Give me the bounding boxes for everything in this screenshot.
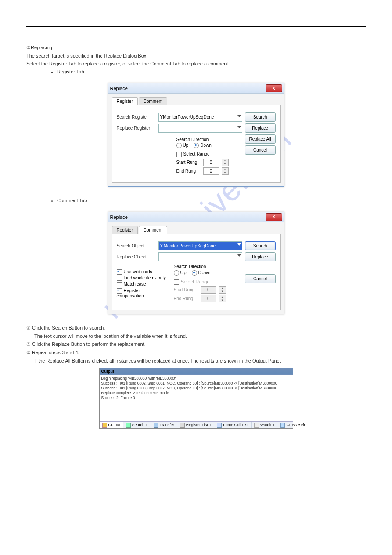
radio-down[interactable] [194,143,199,148]
output-title: Output [100,368,293,375]
cancel-button[interactable]: Cancel [245,145,276,155]
output-line: Replace complete. 2 replacements made. [101,391,291,395]
close-button[interactable]: X [266,84,282,92]
note-1: ④ Click the Search Button to search. [26,325,366,331]
tab-comment[interactable]: Comment [139,226,167,234]
output-line: Begin replacing 'MB300000' with 'MB30000… [101,376,291,381]
note-3-sub: If the Replace All Button is clicked, al… [34,358,366,363]
replace-button[interactable]: Replace [245,123,276,133]
bullet-comment-tab: Comment Tab [57,198,366,203]
cancel-button[interactable]: Cancel [245,274,276,283]
label-search-object: Search Object [117,243,158,248]
intro-line2: Select the Register Tab to replace a reg… [26,61,366,66]
label-whole-items: Find whole items only [124,276,166,280]
search-button[interactable]: Search [245,112,276,122]
output-line: Success : H01 [Rung 0002, Step 0001, NOC… [101,381,291,386]
folder-icon [102,423,107,428]
output-tab-watch[interactable]: Watch 1 [252,422,278,428]
end-rung-spinner[interactable]: ▲▼ [222,167,229,175]
checkbox-whole-items[interactable] [117,276,122,281]
replace-all-button[interactable]: Replace All [245,134,276,144]
label-search-register: Search Register [117,115,158,120]
output-tab-output[interactable]: Output [100,422,123,428]
radio-up[interactable] [176,143,182,148]
end-rung-input[interactable]: 0 [203,167,219,175]
label-down: Down [200,143,212,148]
label-replace-register: Replace Register [117,126,158,131]
replace-dialog-comment: Replace X Register Comment Search Object… [108,212,284,314]
label-end-rung: End Rung [176,169,201,174]
output-line: Success : H01 [Rung 0003, Step 0007, NOC… [101,386,291,391]
replace-button[interactable]: Replace [245,252,276,261]
output-tab-cross-ref[interactable]: Cross Refe [277,422,309,428]
coil-icon [217,423,222,428]
replace-register-input[interactable] [158,124,242,133]
replace-object-input[interactable] [158,252,242,261]
checkbox-select-range-disabled [174,279,179,285]
tab-register[interactable]: Register [112,226,138,234]
watch-icon [254,423,259,428]
label-start-rung: Start Rung [174,287,198,292]
tab-register[interactable]: Register [112,97,138,105]
replace-dialog-register: Replace X Register Comment Search Regist… [108,83,284,187]
label-down: Down [198,270,211,275]
label-search-direction: Search Direction [176,137,242,142]
close-button[interactable]: X [266,213,282,221]
checkbox-match-case[interactable] [117,282,122,287]
search-object-input[interactable]: Y.Monitor.PowerUpSeqDone [158,241,242,250]
dialog-title: Replace [110,86,128,91]
start-rung-spinner[interactable]: ▲▼ [222,159,229,166]
radio-down[interactable] [192,270,197,276]
end-rung-spinner-disabled: ▲▼ [219,295,226,302]
step-title: ③Replacing [26,45,366,51]
label-up: Up [180,270,187,275]
label-end-rung: End Rung [174,296,198,301]
checkbox-wildcards[interactable] [117,269,122,275]
intro-line1: The search target is specified in the Re… [26,53,366,58]
note-2: ⑤ Click the Replace Button to perform th… [26,341,366,347]
output-tab-force-coil[interactable]: Force Coil List [214,422,252,428]
search-button[interactable]: Search [245,241,276,250]
label-replace-object: Replace Object [117,254,158,259]
note-3: ⑥ Repeat steps 3 and 4. [26,350,366,355]
list-icon [180,423,185,428]
label-select-range: Select Range [183,152,210,156]
output-tab-search[interactable]: Search 1 [123,422,151,428]
output-body: Begin replacing 'MB300000' with 'MB30000… [100,375,293,421]
start-rung-spinner-disabled: ▲▼ [219,286,226,294]
search-register-input[interactable]: YMonitorPowerUpSeqDone [158,113,242,122]
checkbox-select-range[interactable] [176,152,182,157]
output-tab-register-list[interactable]: Register List 1 [177,422,215,428]
transfer-icon [154,423,158,428]
output-panel: Output Begin replacing 'MB300000' with '… [99,368,293,429]
dialog-title: Replace [110,214,128,220]
cross-ref-icon [280,423,285,428]
note-1-sub: The text cursor will move to the locatio… [34,334,366,339]
label-select-range: Select Range [181,279,210,284]
label-start-rung: Start Rung [176,160,201,165]
tab-comment[interactable]: Comment [139,97,167,105]
label-match-case: Match case [124,282,146,287]
radio-up[interactable] [174,270,179,276]
label-search-direction: Search Direction [174,264,240,269]
checkbox-register-comp[interactable] [117,288,122,294]
output-tab-transfer[interactable]: Transfer [151,422,177,428]
label-wildcards: Use wild cards [124,269,152,274]
start-rung-input[interactable]: 0 [203,159,219,166]
bullet-register-tab: Register Tab [57,69,366,74]
output-line: Success 2, Failure 0 [101,395,291,400]
search-icon [126,423,131,428]
label-up: Up [183,143,189,148]
end-rung-input-disabled: 0 [201,295,216,302]
start-rung-input-disabled: 0 [201,286,216,294]
